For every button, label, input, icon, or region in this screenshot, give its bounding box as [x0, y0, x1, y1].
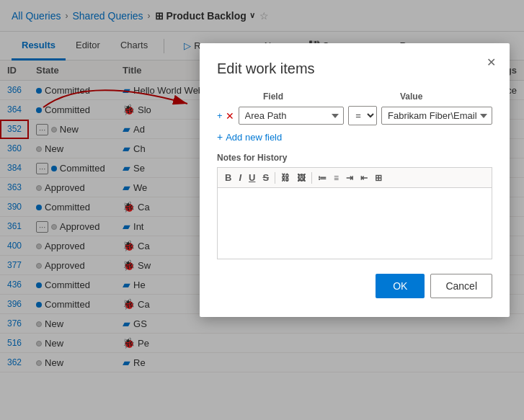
field-column-header: Field	[263, 91, 355, 102]
notes-label: Notes for History	[217, 153, 492, 163]
operator-select-dropdown[interactable]: =	[348, 106, 377, 125]
value-column-header: Value	[400, 91, 492, 102]
dialog-close-button[interactable]: ✕	[481, 52, 501, 72]
value-select-dropdown[interactable]: Fabrikam Fiber\Email	[381, 107, 492, 125]
toolbar-sep-2	[311, 172, 312, 184]
dialog-footer: OK Cancel	[217, 274, 492, 298]
edit-work-items-dialog: ✕ Edit work items Field Value + ✕ Area P…	[200, 43, 510, 317]
add-new-field-label: Add new field	[226, 132, 282, 143]
dialog-backdrop: ✕ Edit work items Field Value + ✕ Area P…	[0, 0, 524, 420]
bold-button[interactable]: B	[222, 171, 234, 184]
add-new-field-link[interactable]: + Add new field	[217, 131, 492, 143]
underline-button[interactable]: U	[246, 171, 258, 184]
dialog-title: Edit work items	[217, 61, 492, 77]
link-button[interactable]: ⛓	[278, 171, 293, 184]
cancel-button[interactable]: Cancel	[430, 274, 492, 298]
field-value-headers: Field Value	[217, 91, 492, 102]
notes-textarea[interactable]	[217, 187, 492, 259]
table-button[interactable]: ⊞	[372, 171, 385, 184]
unordered-list-button[interactable]: ≡	[331, 171, 342, 184]
field-row-1: + ✕ Area Path = Fabrikam Fiber\Email	[217, 106, 492, 125]
field-row-actions: + ✕	[217, 110, 234, 122]
notes-formatting-toolbar: B I U S ⛓ 🖼 ≔ ≡ ⇥ ⇤ ⊞	[217, 167, 492, 187]
notes-section: Notes for History B I U S ⛓ 🖼 ≔ ≡ ⇥ ⇤ ⊞	[217, 153, 492, 259]
italic-button[interactable]: I	[236, 171, 244, 184]
outdent-button[interactable]: ⇤	[358, 171, 370, 184]
field-select-dropdown[interactable]: Area Path	[239, 107, 344, 125]
add-field-row-button[interactable]: +	[217, 110, 223, 122]
ordered-list-button[interactable]: ≔	[315, 171, 329, 184]
remove-field-row-button[interactable]: ✕	[226, 110, 234, 122]
toolbar-sep-1	[275, 172, 275, 184]
strikethrough-button[interactable]: S	[259, 171, 272, 184]
add-new-field-icon: +	[217, 131, 223, 143]
ok-button[interactable]: OK	[376, 274, 425, 298]
indent-button[interactable]: ⇥	[343, 171, 356, 184]
image-button[interactable]: 🖼	[294, 171, 308, 184]
